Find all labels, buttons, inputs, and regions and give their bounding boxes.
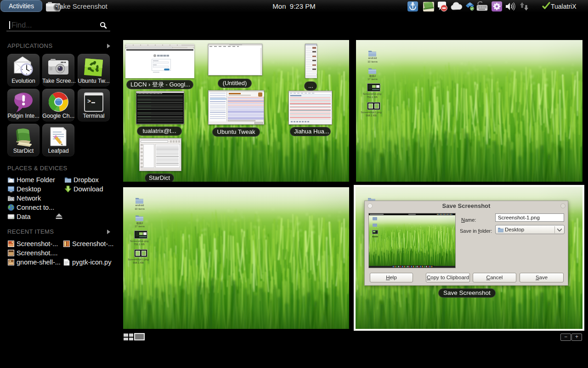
svg-text:>: > [87,98,91,105]
